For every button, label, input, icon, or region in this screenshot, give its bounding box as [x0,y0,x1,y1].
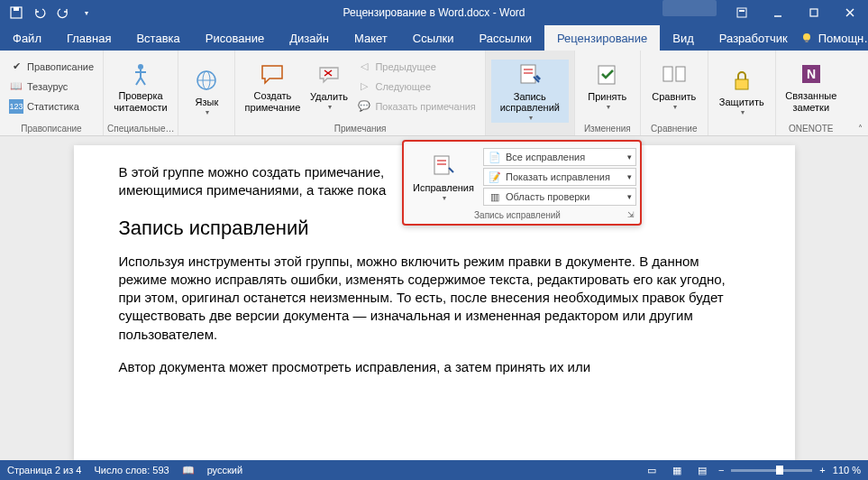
accessibility-icon [126,60,155,88]
tab-references[interactable]: Ссылки [400,25,467,51]
svg-rect-19 [598,66,615,84]
menubar: Файл Главная Вставка Рисование Дизайн Ма… [0,25,868,51]
tab-file[interactable]: Файл [0,25,54,51]
delete-comment-button[interactable]: Удалить [304,55,353,118]
word-count-button[interactable]: 123Статистика [5,97,97,116]
undo-button[interactable] [29,2,50,23]
svg-text:N: N [807,67,816,81]
display-for-review-dropdown[interactable]: 📄Все исправления▾ [483,148,636,166]
svg-rect-25 [434,156,449,174]
accept-icon [593,60,622,89]
group-onenote: N Связанные заметки ONENOTE [776,51,846,135]
delete-comment-icon [315,60,343,89]
group-label-comments: Примечания [235,122,484,135]
svg-rect-5 [810,9,818,16]
protect-button[interactable]: Защитить [714,60,770,123]
check-abc-icon: ✔ [9,60,23,74]
prev-comment-button[interactable]: ◁Предыдущее [353,57,479,77]
maximize-button[interactable] [796,0,832,25]
zoom-thumb[interactable] [776,466,783,475]
tab-draw[interactable]: Рисование [193,25,277,51]
svg-rect-3 [739,10,745,12]
book-icon: 📖 [9,79,23,94]
svg-rect-21 [676,67,685,81]
tab-insert[interactable]: Вставка [123,25,192,51]
callout-group-label: Запись исправлений⇲ [407,208,636,220]
track-changes-icon [516,60,544,89]
redo-button[interactable] [52,2,74,23]
group-label-onenote: ONENOTE [776,122,846,135]
quick-access-toolbar: ▾ [0,2,97,23]
proofing-icon[interactable]: 📖 [182,465,195,476]
group-language: Язык [178,51,235,135]
markup-icon: 📄 [488,150,502,164]
group-compare: Сравнить Сравнение [641,51,708,135]
accept-button[interactable]: Принять [580,55,635,118]
callout-track-button[interactable]: Исправления [407,145,480,208]
track-changes-button[interactable]: Запись исправлений [491,60,569,123]
tab-home[interactable]: Главная [54,25,123,51]
group-label-changes: Изменения [575,122,640,135]
track-changes-icon [429,152,458,180]
svg-point-8 [803,33,810,41]
reviewing-pane-dropdown[interactable]: ▥Область проверки▾ [483,188,636,206]
pane-icon: ▥ [488,189,502,204]
print-layout-button[interactable]: ▦ [668,462,686,478]
compare-icon [660,60,689,89]
zoom-level[interactable]: 110 % [833,465,861,475]
prev-icon: ◁ [357,60,371,74]
svg-rect-2 [737,8,746,17]
svg-point-10 [138,64,143,69]
group-protect: Защитить [708,51,776,135]
read-mode-button[interactable]: ▭ [643,462,661,478]
lock-icon [727,66,756,95]
zoom-slider[interactable] [731,469,812,472]
window-title: Рецензирование в Word.docx - Word [343,6,525,19]
minimize-button[interactable] [760,0,796,25]
dialog-launcher[interactable]: ⇲ [627,210,636,219]
language-indicator[interactable]: русский [207,465,242,475]
new-comment-button[interactable]: Создать примечание [241,55,304,118]
ribbon: ✔Правописание 📖Тезаурус 123Статистика Пр… [0,51,868,136]
tab-developer[interactable]: Разработчик [707,25,800,51]
window-controls [662,0,868,25]
document-area: В этой группе можно создать примечание,и… [0,136,868,460]
tell-me[interactable]: Помощн… [800,25,868,51]
language-button[interactable]: Язык [184,60,229,123]
show-markup-icon: 📝 [488,170,502,184]
ribbon-options-button[interactable] [724,0,760,25]
collapse-ribbon-button[interactable]: ˄ [858,124,863,134]
group-changes: Принять Изменения [575,51,641,135]
spelling-button[interactable]: ✔Правописание [5,57,97,77]
close-button[interactable] [832,0,868,25]
save-button[interactable] [5,2,27,23]
group-comments: Создать примечание Удалить ◁Предыдущее ▷… [235,51,485,135]
tab-mailings[interactable]: Рассылки [467,25,544,51]
qat-customize[interactable]: ▾ [76,2,97,23]
linked-notes-button[interactable]: N Связанные заметки [781,55,841,118]
user-account[interactable] [662,0,717,16]
zoom-in-button[interactable]: + [819,465,825,475]
compare-button[interactable]: Сравнить [646,55,702,118]
web-layout-button[interactable]: ▤ [693,462,711,478]
zoom-out-button[interactable]: − [718,465,724,475]
group-tracking: Запись исправлений [486,51,575,135]
word-count[interactable]: Число слов: 593 [94,465,169,475]
tab-design[interactable]: Дизайн [277,25,342,51]
tab-review[interactable]: Рецензирование [544,25,660,51]
svg-rect-9 [805,40,808,42]
tab-layout[interactable]: Макет [342,25,400,51]
check-accessibility-button[interactable]: Проверка читаемости [109,55,172,118]
svg-rect-16 [521,65,535,83]
page-indicator[interactable]: Страница 2 из 4 [7,465,81,475]
next-comment-button[interactable]: ▷Следующее [353,77,479,97]
group-label-compare: Сравнение [641,122,708,135]
show-markup-dropdown[interactable]: 📝Показать исправления▾ [483,168,636,186]
body-text: имеющимися примечаниями, а также пока [119,182,387,198]
thesaurus-button[interactable]: 📖Тезаурус [5,77,97,97]
show-comments-button[interactable]: 💬Показать примечания [353,97,479,116]
tab-view[interactable]: Вид [660,25,707,51]
tracking-callout: Исправления 📄Все исправления▾ 📝Показать … [402,140,642,226]
tell-me-label: Помощн… [818,32,868,45]
lightbulb-icon [800,32,813,44]
